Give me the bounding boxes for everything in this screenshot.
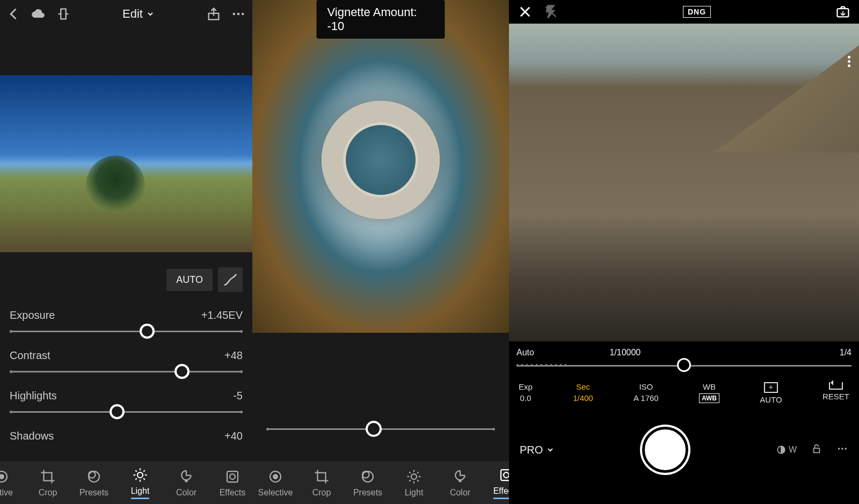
exposure-label: Exposure xyxy=(10,309,55,322)
shutter-tab-value: 1/400 xyxy=(573,393,593,403)
svg-point-51 xyxy=(845,448,847,450)
more-icon[interactable] xyxy=(230,5,247,23)
shutter-speed-slider[interactable] xyxy=(516,363,851,368)
svg-point-8 xyxy=(0,474,4,479)
tool-tab-selective[interactable]: ective xyxy=(0,468,25,498)
color-icon xyxy=(178,468,194,486)
tool-tab-label: Selective xyxy=(258,488,293,498)
presets-icon xyxy=(86,468,102,486)
tool-tab-label: Effects xyxy=(493,486,509,499)
edit-tool-tabs: ectiveCropPresetsLightColorEffectsOptics xyxy=(0,461,252,504)
chevron-down-icon xyxy=(146,10,155,18)
share-icon[interactable] xyxy=(205,5,222,23)
back-icon[interactable] xyxy=(5,5,23,23)
shadows-slider[interactable]: Shadows +40 xyxy=(10,430,243,442)
tool-tab-label: Crop xyxy=(39,488,57,498)
reset-tab[interactable]: RESET xyxy=(822,382,849,404)
svg-point-50 xyxy=(841,448,843,450)
iso-tab[interactable]: ISO A 1760 xyxy=(634,382,659,404)
svg-point-49 xyxy=(838,448,840,450)
shutter-scale: Auto 1/10000 1/4 xyxy=(516,348,851,357)
file-format-badge[interactable]: DNG xyxy=(683,6,711,18)
light-icon xyxy=(406,468,422,486)
close-icon[interactable] xyxy=(516,3,534,20)
tool-tab-presets[interactable]: Presets xyxy=(71,468,117,498)
aspect-icon[interactable] xyxy=(55,5,72,23)
switch-camera-icon[interactable] xyxy=(834,3,851,20)
tool-tab-crop[interactable]: Crop xyxy=(299,468,345,498)
color-icon xyxy=(452,468,468,486)
tone-curve-button[interactable] xyxy=(218,267,243,292)
edit-header: Edit xyxy=(0,0,252,28)
camera-header: DNG xyxy=(509,0,859,24)
crop-icon xyxy=(40,468,56,486)
tool-tab-label: Light xyxy=(405,488,424,498)
adjustment-tooltip: Vignette Amount: -10 xyxy=(317,0,445,39)
tool-tab-crop[interactable]: Crop xyxy=(25,468,71,498)
svg-point-25 xyxy=(273,474,278,479)
tool-tab-effects[interactable]: Effects xyxy=(209,468,252,498)
vignette-slider[interactable] xyxy=(252,397,509,461)
viewfinder-more-icon[interactable] xyxy=(848,56,850,67)
settings-icon[interactable] xyxy=(836,443,848,457)
camera-mode-label: PRO xyxy=(520,444,543,456)
reset-tab-value: RESET xyxy=(822,392,849,401)
selective-icon xyxy=(0,468,10,486)
edit-tool-tabs: SelectiveCropPresetsLightColorEffectsOpt… xyxy=(252,461,509,504)
svg-line-33 xyxy=(409,472,411,473)
highlights-slider[interactable]: Highlights -5 xyxy=(10,390,243,414)
tool-tab-label: Presets xyxy=(353,488,382,498)
tool-tab-label: Crop xyxy=(312,488,331,498)
exposure-tab[interactable]: Exp 0.0 xyxy=(519,382,533,404)
svg-point-20 xyxy=(185,480,187,482)
wb-quick-label: W xyxy=(789,445,797,455)
tool-tab-light[interactable]: Light xyxy=(391,468,437,498)
shutter-button[interactable] xyxy=(642,427,688,473)
tool-tab-label: Color xyxy=(176,488,196,498)
exposure-slider[interactable]: Exposure +1.45EV xyxy=(10,309,243,333)
photo-preview[interactable] xyxy=(0,75,252,252)
camera-viewfinder[interactable] xyxy=(509,24,859,341)
camera-pro-panel: Auto 1/10000 1/4 Exp 0.0 Sec 1/400 ISO A… xyxy=(509,341,859,504)
edit-mode-dropdown[interactable]: Edit xyxy=(122,7,155,21)
tool-tab-label: Effects xyxy=(220,488,246,498)
highlights-value: -5 xyxy=(233,390,243,402)
svg-rect-21 xyxy=(227,471,238,482)
tool-tab-effects[interactable]: Effects xyxy=(483,466,509,499)
photo-preview[interactable] xyxy=(252,0,509,333)
tool-tab-color[interactable]: Color xyxy=(163,468,209,498)
presets-icon xyxy=(360,468,376,486)
whitebalance-tab[interactable]: WB AWB xyxy=(699,382,719,404)
contrast-slider[interactable]: Contrast +48 xyxy=(10,349,243,374)
tool-tab-selective[interactable]: Selective xyxy=(252,468,299,498)
tool-tab-color[interactable]: Color xyxy=(437,468,483,498)
camera-param-tabs: Exp 0.0 Sec 1/400 ISO A 1760 WB AWB AUTO xyxy=(516,382,851,404)
cloud-icon[interactable] xyxy=(30,5,47,23)
svg-point-6 xyxy=(242,13,244,16)
light-controls: AUTO Exposure +1.45EV Contrast +48 Highl… xyxy=(0,252,252,442)
svg-line-19 xyxy=(135,478,137,480)
contrast-label: Contrast xyxy=(10,349,50,362)
svg-rect-48 xyxy=(813,448,819,452)
effects-pane: Vignette Amount: -10 SelectiveCropPreset… xyxy=(252,0,509,504)
shadows-label: Shadows xyxy=(10,430,54,442)
flash-off-icon[interactable] xyxy=(542,3,559,20)
whitebalance-quick-icon[interactable]: W xyxy=(776,444,797,455)
exposure-lock-icon[interactable] xyxy=(811,443,822,457)
tool-tab-label: Color xyxy=(450,488,470,498)
highlights-label: Highlights xyxy=(10,390,57,402)
svg-line-34 xyxy=(417,480,419,481)
shutter-tab-title: Sec xyxy=(576,382,590,391)
scale-fast: 1/10000 xyxy=(609,348,640,357)
shadows-value: +40 xyxy=(224,430,243,442)
shutter-tab[interactable]: Sec 1/400 xyxy=(573,382,593,404)
camera-mode-dropdown[interactable]: PRO xyxy=(520,444,555,456)
whitebalance-tab-value: AWB xyxy=(699,393,719,403)
edit-mode-label: Edit xyxy=(122,7,143,21)
tool-tab-presets[interactable]: Presets xyxy=(345,468,391,498)
tool-tab-light[interactable]: Light xyxy=(117,466,163,499)
auto-button[interactable]: AUTO xyxy=(166,269,213,291)
contrast-value: +48 xyxy=(224,349,243,362)
focus-tab[interactable]: AUTO xyxy=(760,382,782,404)
svg-point-39 xyxy=(504,472,509,478)
